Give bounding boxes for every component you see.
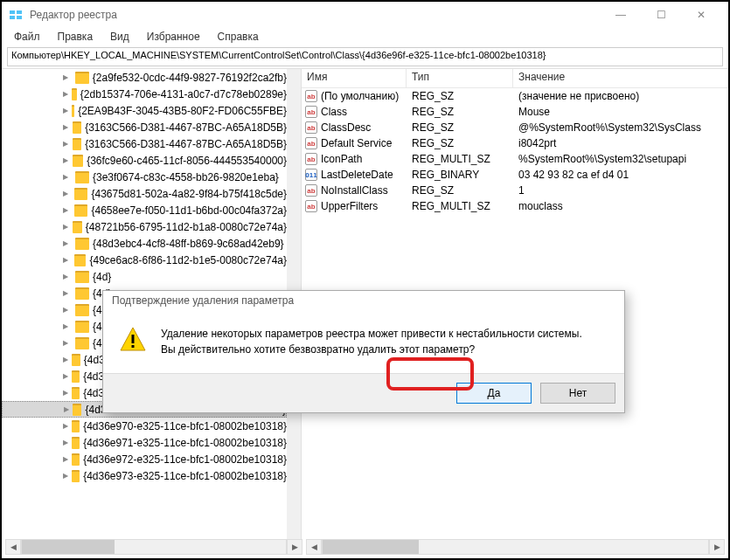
folder-icon xyxy=(75,271,89,283)
folder-icon xyxy=(72,105,74,117)
chevron-right-icon[interactable]: ▶ xyxy=(63,389,68,397)
warning-icon xyxy=(119,326,147,357)
tree-item-label: {49ce6ac8-6f86-11d2-b1e5-0080c72e74a} xyxy=(89,254,287,266)
folder-icon xyxy=(72,437,80,449)
maximize-button[interactable]: ☐ xyxy=(641,2,681,28)
tree-item[interactable]: ▶{2db15374-706e-4131-a0c7-d7c78eb0289e} xyxy=(2,86,287,102)
folder-icon xyxy=(75,321,89,333)
chevron-right-icon[interactable]: ▶ xyxy=(63,156,69,164)
scroll-left-icon[interactable]: ◀ xyxy=(5,539,21,555)
chevron-right-icon[interactable]: ▶ xyxy=(63,472,68,480)
tree-item-label: {4d36e973-e325-11ce-bfc1-08002be10318} xyxy=(83,470,287,482)
tree-item-label: {48d3ebc4-4cf8-48ff-b869-9c68ad42eb9} xyxy=(93,238,284,250)
chevron-right-icon[interactable]: ▶ xyxy=(63,107,68,114)
folder-icon xyxy=(73,138,82,150)
tree-item[interactable]: ▶{49ce6ac8-6f86-11d2-b1e5-0080c72e74a} xyxy=(2,252,287,268)
chevron-right-icon[interactable]: ▶ xyxy=(63,256,71,264)
chevron-right-icon[interactable]: ▶ xyxy=(63,306,72,314)
tree-item[interactable]: ▶{4658ee7e-f050-11d1-b6bd-00c04fa372a} xyxy=(2,202,287,218)
chevron-right-icon[interactable]: ▶ xyxy=(63,190,71,197)
minimize-button[interactable]: — xyxy=(601,2,641,28)
value-row[interactable]: ab(По умолчанию)REG_SZ(значение не присв… xyxy=(302,88,728,104)
chevron-right-icon[interactable]: ▶ xyxy=(63,439,68,446)
value-type: REG_SZ xyxy=(407,106,513,118)
menu-file[interactable]: Файл xyxy=(7,29,47,45)
chevron-right-icon[interactable]: ▶ xyxy=(63,422,68,430)
chevron-right-icon[interactable]: ▶ xyxy=(63,273,72,280)
value-row[interactable]: abNoInstallClassREG_SZ1 xyxy=(302,183,728,198)
tree-item-label: {2db15374-706e-4131-a0c7-d7c78eb0289e} xyxy=(80,88,287,100)
svg-rect-0 xyxy=(10,10,15,14)
menu-help[interactable]: Справка xyxy=(211,29,266,45)
chevron-right-icon[interactable]: ▶ xyxy=(63,73,72,81)
no-button[interactable]: Нет xyxy=(540,383,615,404)
h-scrollbar[interactable]: ◀ ▶ xyxy=(5,539,302,555)
value-data: @%SystemRoot%\System32\SysClass xyxy=(513,121,728,134)
chevron-right-icon[interactable]: ▶ xyxy=(63,173,72,181)
column-data[interactable]: Значение xyxy=(513,69,728,87)
chevron-right-icon[interactable]: ▶ xyxy=(63,322,72,330)
chevron-right-icon[interactable]: ▶ xyxy=(63,223,69,231)
tree-item[interactable]: ▶{2EA9B43F-3045-43B5-80F2-FD06C55FBE} xyxy=(2,102,287,119)
value-data: 03 42 93 82 ca ef d4 01 xyxy=(513,169,728,181)
chevron-right-icon[interactable]: ▶ xyxy=(63,239,72,247)
value-row[interactable]: 011LastDeleteDateREG_BINARY03 42 93 82 c… xyxy=(302,167,728,183)
value-row[interactable]: abDefault ServiceREG_SZi8042prt xyxy=(302,135,728,151)
value-sz-icon: ab xyxy=(305,106,317,118)
tree-item[interactable]: ▶{4d36e970-e325-11ce-bfc1-08002be10318} xyxy=(2,418,287,434)
tree-item[interactable]: ▶{4d} xyxy=(2,268,287,285)
tree-item-label: {2a9fe532-0cdc-44f9-9827-76192f2ca2fb} xyxy=(93,72,287,84)
value-row[interactable]: abUpperFiltersREG_MULTI_SZmouclass xyxy=(302,198,728,214)
value-row[interactable]: abIconPathREG_MULTI_SZ%SystemRoot%\Syste… xyxy=(302,151,728,167)
value-row[interactable]: abClassREG_SZMouse xyxy=(302,104,728,120)
menu-view[interactable]: Вид xyxy=(103,29,136,45)
scroll-right-icon[interactable]: ▶ xyxy=(709,539,725,555)
chevron-right-icon[interactable]: ▶ xyxy=(63,455,68,463)
yes-button[interactable]: Да xyxy=(456,383,532,404)
scroll-left-icon[interactable]: ◀ xyxy=(306,539,322,555)
tree-item[interactable]: ▶{3163C566-D381-4467-87BC-A65A18D5B} xyxy=(2,135,287,152)
menu-favorites[interactable]: Избранное xyxy=(140,29,207,45)
tree-item[interactable]: ▶{43675d81-502a-4a82-9f84-b75f418c5de} xyxy=(2,185,287,202)
address-bar[interactable]: Компьютер\HKEY_LOCAL_MACHINE\SYSTEM\Curr… xyxy=(7,47,723,66)
column-name[interactable]: Имя xyxy=(302,69,407,87)
tree-item[interactable]: ▶{3e3f0674-c83c-4558-bb26-9820e1eba} xyxy=(2,169,287,185)
value-sz-icon: ab xyxy=(305,200,317,212)
folder-icon xyxy=(74,254,87,266)
tree-item-label: {4d36e972-e325-11ce-bfc1-08002be10318} xyxy=(83,453,287,466)
value-sz-icon: ab xyxy=(305,90,317,102)
close-button[interactable]: ✕ xyxy=(681,2,721,28)
titlebar: Редактор реестра — ☐ ✕ xyxy=(2,2,728,28)
chevron-right-icon[interactable]: ▶ xyxy=(63,356,68,363)
column-type[interactable]: Тип xyxy=(407,69,513,87)
window-title: Редактор реестра xyxy=(30,9,117,21)
tree-item[interactable]: ▶{36fc9e60-c465-11cf-8056-444553540000} xyxy=(2,152,287,169)
value-name: Default Service xyxy=(321,137,392,149)
menu-edit[interactable]: Правка xyxy=(51,29,101,45)
value-sz-icon: ab xyxy=(305,137,317,149)
value-row[interactable]: abClassDescREG_SZ@%SystemRoot%\System32\… xyxy=(302,120,728,135)
folder-icon xyxy=(72,387,80,399)
svg-rect-5 xyxy=(132,345,135,348)
h-scrollbar-right[interactable]: ◀ ▶ xyxy=(306,539,725,555)
chevron-right-icon[interactable]: ▶ xyxy=(63,339,72,347)
chevron-right-icon[interactable]: ▶ xyxy=(63,206,71,214)
chevron-right-icon[interactable]: ▶ xyxy=(63,289,72,297)
tree-item[interactable]: ▶{48721b56-6795-11d2-b1a8-0080c72e74a} xyxy=(2,218,287,235)
value-type: REG_SZ xyxy=(407,137,513,149)
folder-icon xyxy=(73,221,82,233)
chevron-right-icon[interactable]: ▶ xyxy=(63,140,69,148)
chevron-right-icon[interactable]: ▶ xyxy=(63,372,68,380)
chevron-right-icon[interactable]: ▶ xyxy=(64,405,69,413)
tree-item[interactable]: ▶{3163C566-D381-4467-87BC-A65A18D5B} xyxy=(2,119,287,135)
chevron-right-icon[interactable]: ▶ xyxy=(63,123,69,131)
chevron-right-icon[interactable]: ▶ xyxy=(63,90,68,98)
tree-item[interactable]: ▶{4d36e973-e325-11ce-bfc1-08002be10318} xyxy=(2,467,287,484)
tree-item[interactable]: ▶{4d36e971-e325-11ce-bfc1-08002be10318} xyxy=(2,434,287,451)
tree-item[interactable]: ▶{48d3ebc4-4cf8-48ff-b869-9c68ad42eb9} xyxy=(2,235,287,252)
folder-icon xyxy=(75,72,89,84)
dialog-line2: Вы действительно хотите безвозвратно уда… xyxy=(161,342,582,357)
tree-item[interactable]: ▶{4d36e972-e325-11ce-bfc1-08002be10318} xyxy=(2,451,287,467)
scroll-right-icon[interactable]: ▶ xyxy=(287,539,302,555)
tree-item[interactable]: ▶{2a9fe532-0cdc-44f9-9827-76192f2ca2fb} xyxy=(2,69,287,86)
